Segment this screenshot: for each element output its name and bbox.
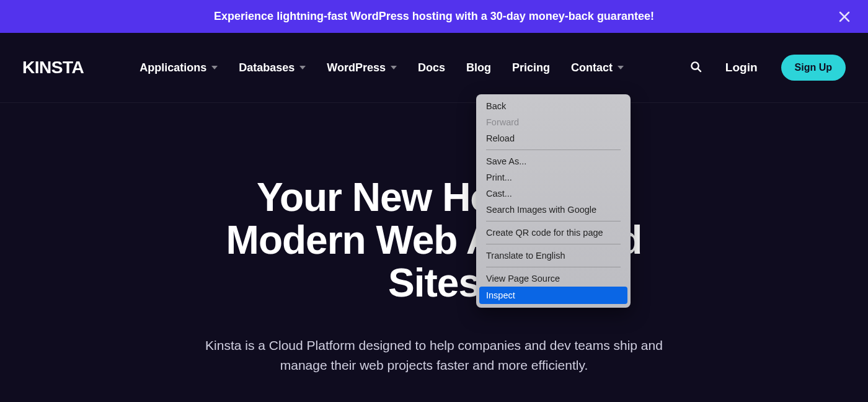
chevron-down-icon bbox=[391, 66, 397, 69]
context-menu-save-as[interactable]: Save As... bbox=[480, 153, 627, 169]
promo-banner: Experience lightning-fast WordPress host… bbox=[0, 0, 868, 33]
hero-sub-line2: manage their web projects faster and mor… bbox=[280, 358, 588, 372]
context-menu-translate[interactable]: Translate to English bbox=[480, 248, 627, 264]
nav-pricing[interactable]: Pricing bbox=[512, 61, 550, 74]
nav-wordpress[interactable]: WordPress bbox=[327, 61, 397, 74]
promo-banner-text: Experience lightning-fast WordPress host… bbox=[214, 10, 654, 23]
nav-databases-label: Databases bbox=[239, 61, 294, 74]
nav-blog-label: Blog bbox=[466, 61, 491, 74]
context-menu-create-qr[interactable]: Create QR code for this page bbox=[480, 225, 627, 241]
hero-title: Your New Home for Modern Web Apps and Si… bbox=[0, 176, 868, 305]
nav-blog[interactable]: Blog bbox=[466, 61, 491, 74]
context-menu-print[interactable]: Print... bbox=[480, 169, 627, 185]
hero-sub-line1: Kinsta is a Cloud Platform designed to h… bbox=[205, 338, 663, 352]
context-menu-separator bbox=[486, 267, 621, 267]
context-menu-view-source[interactable]: View Page Source bbox=[480, 270, 627, 287]
chevron-down-icon bbox=[299, 66, 306, 69]
nav-contact-label: Contact bbox=[571, 61, 613, 74]
context-menu-inspect[interactable]: Inspect bbox=[479, 287, 627, 304]
hero-title-line3: Sites bbox=[388, 261, 480, 305]
context-menu-separator bbox=[486, 150, 621, 150]
search-icon[interactable] bbox=[690, 61, 702, 75]
nav-databases[interactable]: Databases bbox=[239, 61, 306, 74]
nav-pricing-label: Pricing bbox=[512, 61, 550, 74]
context-menu-forward: Forward bbox=[480, 114, 627, 130]
nav-links: Applications Databases WordPress Docs Bl… bbox=[140, 61, 624, 74]
close-icon[interactable] bbox=[838, 11, 851, 23]
chevron-down-icon bbox=[211, 66, 218, 69]
context-menu-separator bbox=[486, 221, 621, 221]
context-menu-separator bbox=[486, 244, 621, 244]
login-link[interactable]: Login bbox=[725, 61, 758, 74]
logo[interactable]: KINSTA bbox=[22, 58, 84, 78]
nav-applications[interactable]: Applications bbox=[140, 61, 218, 74]
context-menu-search-images[interactable]: Search Images with Google bbox=[480, 202, 627, 218]
nav-applications-label: Applications bbox=[140, 61, 206, 74]
chevron-down-icon bbox=[618, 66, 624, 69]
hero: Your New Home for Modern Web Apps and Si… bbox=[0, 103, 868, 375]
nav-docs-label: Docs bbox=[418, 61, 445, 74]
hero-subtitle: Kinsta is a Cloud Platform designed to h… bbox=[0, 336, 868, 375]
context-menu-cast[interactable]: Cast... bbox=[480, 185, 627, 202]
context-menu-reload[interactable]: Reload bbox=[480, 130, 627, 146]
nav-docs[interactable]: Docs bbox=[418, 61, 445, 74]
nav-contact[interactable]: Contact bbox=[571, 61, 624, 74]
nav-right: Login Sign Up bbox=[690, 55, 846, 81]
nav-wordpress-label: WordPress bbox=[327, 61, 386, 74]
main-nav: KINSTA Applications Databases WordPress … bbox=[0, 33, 868, 103]
context-menu: Back Forward Reload Save As... Print... … bbox=[476, 94, 631, 308]
signup-button[interactable]: Sign Up bbox=[781, 55, 846, 81]
context-menu-back[interactable]: Back bbox=[480, 98, 627, 114]
